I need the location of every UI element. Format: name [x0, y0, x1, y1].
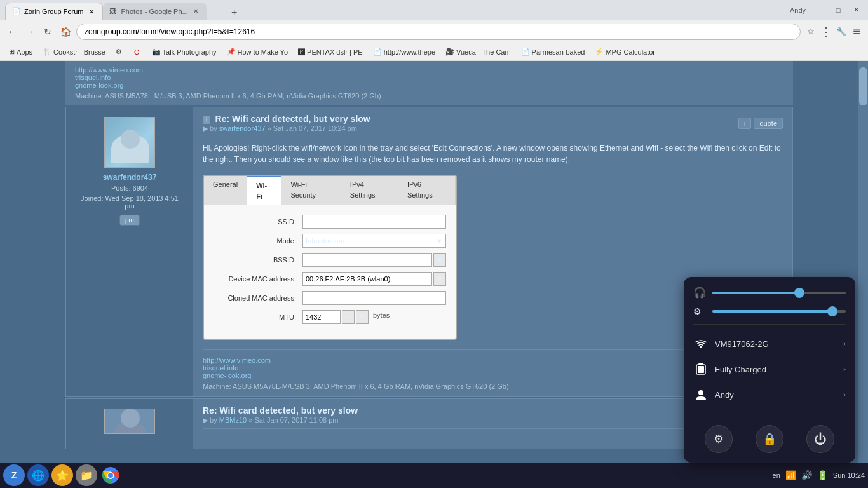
mtu-minus-btn[interactable]: –: [342, 310, 355, 324]
scrollbar[interactable]: [858, 61, 868, 463]
files-taskbar-button[interactable]: ⭐: [51, 464, 73, 486]
bookmark-thepe[interactable]: 📄 http://www.thepe: [369, 46, 439, 57]
browser-taskbar-icon: 🌐: [32, 470, 44, 482]
address-input[interactable]: [76, 24, 801, 40]
bookmark-opera[interactable]: O: [130, 47, 146, 57]
post-author-link-1[interactable]: swarfendor437: [219, 125, 266, 132]
taskbar: Z 🌐 ⭐ 📁 en 📶: [0, 463, 868, 488]
wifi-tab-security[interactable]: Wi-Fi Security: [281, 176, 341, 205]
menu-icon[interactable]: ≡: [850, 25, 863, 38]
tab-zorin-forum[interactable]: 📄 Zorin Group Forum ✕: [5, 3, 103, 20]
brightness-slider-track[interactable]: [712, 310, 846, 313]
maximize-button[interactable]: □: [831, 5, 845, 15]
popup-user-item[interactable]: Andy ›: [693, 382, 846, 407]
bookmark-star-icon[interactable]: ☆: [804, 25, 817, 38]
bookmark-apps[interactable]: ⊞ Apps: [5, 46, 36, 57]
bookmark-talk-photography[interactable]: 📷 Talk Photography: [148, 46, 220, 57]
network-arrow-icon: ›: [843, 339, 846, 348]
footer-gnome-link[interactable]: gnome-look.org: [203, 372, 251, 379]
form-row-device-mac: Device MAC address: ▼: [214, 272, 446, 286]
bookmark-pentax[interactable]: 🅿 PENTAX dslr | PE: [294, 47, 367, 57]
taskbar-volume-icon[interactable]: 🔊: [801, 470, 812, 480]
mode-value: Infrastructure: [306, 236, 347, 247]
form-row-bssid: BSSID: ▼: [214, 253, 446, 267]
volume-slider-track[interactable]: [712, 292, 846, 294]
machine-info-top: Machine: ASUS M5A78L-M/USB 3, AMD Phenom…: [75, 92, 783, 100]
form-row-cloned-mac: Cloned MAC address:: [214, 291, 446, 305]
power-button[interactable]: ⏻: [806, 425, 834, 453]
ssid-input[interactable]: [302, 215, 446, 229]
wifi-tab-ipv6[interactable]: IPv6 Settings: [398, 176, 456, 205]
ssid-label: SSID:: [214, 217, 302, 227]
scroll-thumb[interactable]: [859, 67, 867, 105]
browser-titlebar: 📄 Zorin Group Forum ✕ 🖼 Photos - Google …: [0, 0, 868, 20]
gnome-look-link[interactable]: gnome-look.org: [75, 81, 123, 89]
brightness-slider-thumb[interactable]: [827, 306, 837, 316]
bookmark-bmw[interactable]: ⚙: [112, 46, 128, 57]
tab-title-1: Zorin Group Forum: [24, 8, 84, 15]
minimize-button[interactable]: —: [813, 5, 827, 15]
mtu-input[interactable]: [302, 310, 341, 324]
settings-button[interactable]: ⚙: [705, 425, 733, 453]
popup-battery-item[interactable]: Fully Charged ›: [693, 356, 846, 382]
extension-icon[interactable]: 🔧: [835, 25, 848, 38]
volume-slider-thumb[interactable]: [794, 288, 804, 298]
wifi-tab-ipv4[interactable]: IPv4 Settings: [341, 176, 398, 205]
mode-select[interactable]: Infrastructure ▼: [302, 234, 446, 248]
bookmark-cookstr[interactable]: 🍴 Cookstr - Brusse: [39, 46, 109, 57]
forward-button[interactable]: →: [23, 25, 37, 39]
footer-vimeo-link[interactable]: http://www.vimeo.com: [203, 356, 271, 364]
browser-taskbar-button[interactable]: 🌐: [27, 464, 49, 486]
bookmark-mpg[interactable]: ⚡ MPG Calculator: [591, 46, 659, 57]
home-button[interactable]: 🏠: [58, 25, 72, 39]
files-taskbar-icon: ⭐: [56, 470, 69, 482]
settings-icon[interactable]: ⋮: [820, 25, 832, 38]
device-mac-dropdown-btn[interactable]: ▼: [433, 272, 446, 286]
bookmark-vueca[interactable]: 🎥 Vueca - The Cam: [442, 46, 515, 57]
trisquel-link[interactable]: trisquel.info: [75, 74, 111, 81]
cloned-mac-input[interactable]: [302, 291, 446, 305]
taskbar-battery-icon[interactable]: 🔋: [817, 470, 828, 480]
device-mac-input[interactable]: [302, 272, 432, 286]
quote-button[interactable]: quote: [754, 118, 783, 129]
bookmark-how-to[interactable]: 📌 How to Make Yo: [223, 46, 292, 57]
close-button[interactable]: ✕: [849, 5, 863, 15]
pentax-icon: 🅿: [298, 48, 305, 56]
popup-bottom-icons: ⚙ 🔒 ⏻: [693, 417, 846, 453]
tab-favicon-1: 📄: [12, 7, 21, 16]
post-date-2: Sat Jan 07, 2017 11:08 pm: [254, 416, 338, 424]
bookmark-vueca-label: Vueca - The Cam: [456, 48, 511, 56]
username-1[interactable]: swarfendor437: [103, 173, 157, 182]
post-info-button[interactable]: i: [738, 118, 751, 129]
file-manager-taskbar-button[interactable]: 📁: [76, 464, 97, 486]
window-user: Andy: [790, 6, 806, 14]
wifi-tab-general[interactable]: General: [204, 176, 247, 205]
tab-close-2[interactable]: ✕: [191, 7, 200, 16]
vimeo-link[interactable]: http://www.vimeo.com: [75, 66, 143, 74]
post-meta-2: ▶ by MBMz10 » Sat Jan 07, 2017 11:08 pm: [203, 416, 338, 424]
taskbar-wifi-icon[interactable]: 📶: [785, 470, 796, 480]
chrome-taskbar-button[interactable]: [100, 464, 121, 486]
tab-close-1[interactable]: ✕: [87, 7, 96, 16]
tab-favicon-2: 🖼: [109, 7, 118, 16]
lock-button[interactable]: 🔒: [756, 425, 783, 453]
mode-dropdown-icon: ▼: [436, 236, 443, 247]
bssid-input[interactable]: [302, 253, 432, 267]
tab-photos[interactable]: 🖼 Photos - Google Ph... ✕: [103, 3, 207, 20]
footer-trisquel-link[interactable]: trisquel.info: [203, 364, 238, 372]
mtu-plus-btn[interactable]: +: [356, 310, 369, 324]
post-author-link-2[interactable]: MBMz10: [219, 416, 247, 424]
vueca-icon: 🎥: [445, 48, 454, 56]
refresh-button[interactable]: ↻: [41, 25, 55, 39]
battery-arrow-icon: ›: [843, 365, 846, 374]
popup-network-item[interactable]: VM917062-2G ›: [693, 331, 846, 356]
bookmark-parmesan[interactable]: 📄 Parmesan-baked: [517, 46, 589, 57]
back-button[interactable]: ←: [5, 25, 19, 39]
pm-button-1[interactable]: pm: [119, 215, 140, 226]
user-label: Andy: [715, 390, 843, 400]
new-tab-button[interactable]: +: [227, 5, 242, 20]
brightness-slider-fill: [712, 310, 832, 313]
zorin-menu-button[interactable]: Z: [3, 464, 25, 486]
wifi-tab-wifi[interactable]: Wi-Fi: [247, 176, 281, 205]
bssid-dropdown-btn[interactable]: ▼: [433, 253, 446, 267]
